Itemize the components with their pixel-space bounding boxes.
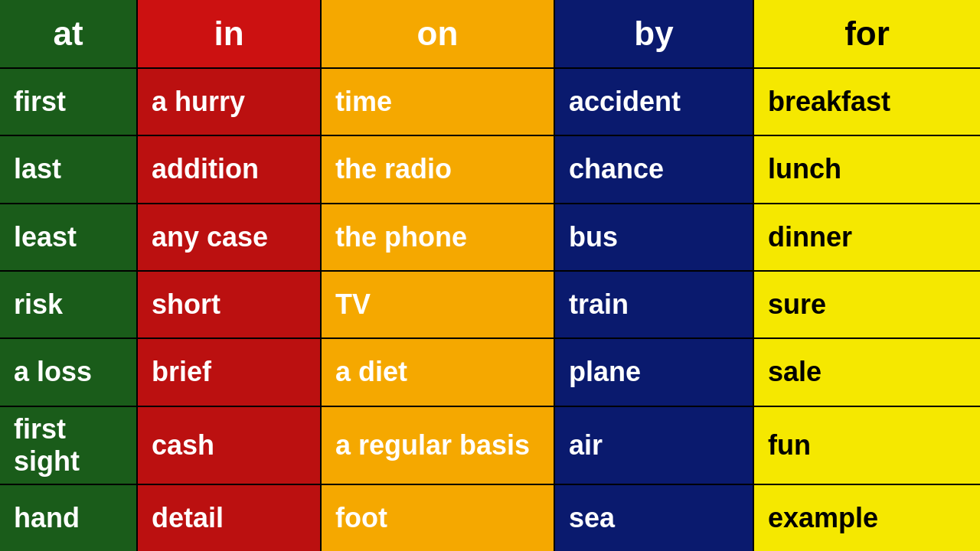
cell-in-2: any case [138,204,322,270]
cell-for-3: sure [754,272,980,337]
cell-at-0: first [0,69,138,135]
cell-by-4: plane [555,339,754,405]
cell-for-6: example [754,485,980,551]
cell-in-4: brief [138,339,322,405]
cell-by-5: air [555,407,754,484]
cell-at-5: first sight [0,407,138,484]
header-in: in [138,0,322,67]
cell-for-1: lunch [754,136,980,202]
cell-on-6: foot [322,485,555,551]
cell-for-4: sale [754,339,980,405]
cell-in-5: cash [138,407,322,484]
cell-on-4: a diet [322,339,555,405]
cell-for-0: breakfast [754,69,980,135]
cell-on-5: a regular basis [322,407,555,484]
table-row: a lossbriefa dietplanesale [0,337,980,405]
cell-at-4: a loss [0,339,138,405]
cell-for-5: fun [754,407,980,484]
table-row: handdetailfootseaexample [0,484,980,551]
cell-on-1: the radio [322,136,555,202]
cell-by-3: train [555,272,754,337]
cell-by-0: accident [555,69,754,135]
cell-in-0: a hurry [138,69,322,135]
cell-for-2: dinner [754,204,980,270]
cell-by-2: bus [555,204,754,270]
cell-at-3: risk [0,272,138,337]
table-row: lastadditionthe radiochancelunch [0,135,980,202]
cell-at-1: last [0,136,138,202]
cell-by-1: chance [555,136,754,202]
header-on: on [322,0,555,67]
cell-in-1: addition [138,136,322,202]
cell-in-6: detail [138,485,322,551]
table-row: leastany casethe phonebusdinner [0,203,980,270]
cell-on-2: the phone [322,204,555,270]
table-row: riskshortTVtrainsure [0,270,980,337]
header-at: at [0,0,138,67]
cell-at-6: hand [0,485,138,551]
header-for: for [754,0,980,67]
cell-on-0: time [322,69,555,135]
data-rows: firsta hurrytimeaccidentbreakfastlastadd… [0,67,980,551]
preposition-table: at in on by for firsta hurrytimeaccident… [0,0,980,551]
cell-at-2: least [0,204,138,270]
cell-by-6: sea [555,485,754,551]
cell-on-3: TV [322,272,555,337]
header-row: at in on by for [0,0,980,67]
cell-in-3: short [138,272,322,337]
header-by: by [555,0,754,67]
table-row: firsta hurrytimeaccidentbreakfast [0,67,980,135]
table-row: first sightcasha regular basisairfun [0,406,980,484]
